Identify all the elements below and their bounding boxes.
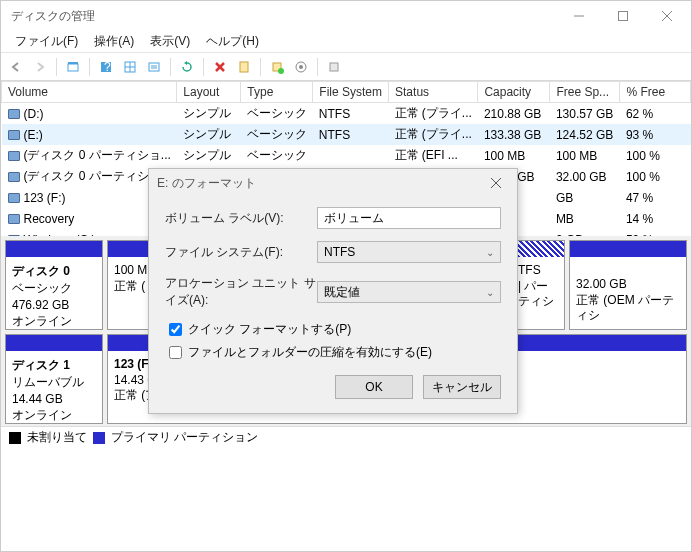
list-icon[interactable] xyxy=(143,56,165,78)
properties-icon[interactable] xyxy=(233,56,255,78)
new-volume-icon[interactable] xyxy=(266,56,288,78)
dialog-close-button[interactable] xyxy=(483,173,509,193)
col-volume[interactable]: Volume xyxy=(2,82,177,103)
drive-icon xyxy=(8,214,20,224)
col-status[interactable]: Status xyxy=(389,82,478,103)
title-bar: ディスクの管理 xyxy=(1,1,691,31)
disk-0-part-2[interactable]: 32.00 GB 正常 (OEM パーティシ xyxy=(569,240,687,330)
close-button[interactable] xyxy=(645,2,689,30)
allocation-select[interactable]: 既定値 ⌄ xyxy=(317,281,501,303)
svg-rect-1 xyxy=(619,12,628,21)
filesystem-select[interactable]: NTFS ⌄ xyxy=(317,241,501,263)
legend-unallocated: 未割り当て xyxy=(27,429,87,446)
maximize-button[interactable] xyxy=(601,2,645,30)
menu-bar: ファイル(F) 操作(A) 表示(V) ヘルプ(H) xyxy=(1,31,691,53)
drive-icon xyxy=(8,235,20,236)
disk-1-label: ディスク 1 リムーバブル 14.44 GB オンライン xyxy=(5,334,103,424)
drive-icon xyxy=(8,151,20,161)
format-dialog: E: のフォーマット ボリューム ラベル(V): ファイル システム(F): N… xyxy=(148,168,518,414)
volume-row[interactable]: (ディスク 0 パーティショ...シンプルベーシック正常 (EFI ...100… xyxy=(2,145,691,166)
drive-icon xyxy=(8,172,20,182)
col-type[interactable]: Type xyxy=(241,82,313,103)
column-headers[interactable]: Volume Layout Type File System Status Ca… xyxy=(2,82,691,103)
col-capacity[interactable]: Capacity xyxy=(478,82,550,103)
chevron-down-icon: ⌄ xyxy=(486,287,494,298)
toolbar: ? xyxy=(1,53,691,81)
quick-format-label: クイック フォーマットする(P) xyxy=(188,321,351,338)
minimize-button[interactable] xyxy=(557,2,601,30)
wizard-icon[interactable] xyxy=(323,56,345,78)
col-pct[interactable]: % Free xyxy=(620,82,691,103)
menu-file[interactable]: ファイル(F) xyxy=(7,31,86,52)
ok-button[interactable]: OK xyxy=(335,375,413,399)
compress-checkbox[interactable] xyxy=(169,346,182,359)
drive-icon xyxy=(8,193,20,203)
volume-row[interactable]: (E:)シンプルベーシックNTFS正常 (プライ...133.38 GB124.… xyxy=(2,124,691,145)
disk-0-part-1[interactable]: TFS | パーティシ xyxy=(511,240,565,330)
volume-label-label: ボリューム ラベル(V): xyxy=(165,210,317,227)
volume-row[interactable]: (D:)シンプルベーシックNTFS正常 (プライ...210.88 GB130.… xyxy=(2,103,691,125)
legend: 未割り当て プライマリ パーティション xyxy=(1,426,691,448)
svg-point-20 xyxy=(299,65,303,69)
view-icon[interactable] xyxy=(62,56,84,78)
table-icon[interactable] xyxy=(119,56,141,78)
menu-help[interactable]: ヘルプ(H) xyxy=(198,31,267,52)
quick-format-checkbox[interactable] xyxy=(169,323,182,336)
svg-rect-21 xyxy=(330,63,338,71)
svg-point-18 xyxy=(278,68,284,74)
filesystem-label: ファイル システム(F): xyxy=(165,244,317,261)
drive-icon xyxy=(8,109,20,119)
legend-primary-swatch xyxy=(93,432,105,444)
svg-rect-11 xyxy=(149,63,159,71)
drive-icon xyxy=(8,130,20,140)
delete-icon[interactable] xyxy=(209,56,231,78)
allocation-label: アロケーション ユニット サイズ(A): xyxy=(165,275,317,309)
col-layout[interactable]: Layout xyxy=(177,82,241,103)
refresh-icon[interactable] xyxy=(176,56,198,78)
compress-label: ファイルとフォルダーの圧縮を有効にする(E) xyxy=(188,344,432,361)
settings-icon[interactable] xyxy=(290,56,312,78)
cancel-button[interactable]: キャンセル xyxy=(423,375,501,399)
svg-rect-5 xyxy=(68,62,78,64)
dialog-title: E: のフォーマット xyxy=(157,175,483,192)
col-free[interactable]: Free Sp... xyxy=(550,82,620,103)
dialog-title-bar[interactable]: E: のフォーマット xyxy=(149,169,517,197)
window-title: ディスクの管理 xyxy=(11,8,557,25)
legend-unallocated-swatch xyxy=(9,432,21,444)
svg-rect-16 xyxy=(240,62,248,72)
menu-view[interactable]: 表示(V) xyxy=(142,31,198,52)
back-button[interactable] xyxy=(5,56,27,78)
chevron-down-icon: ⌄ xyxy=(486,247,494,258)
legend-primary: プライマリ パーティション xyxy=(111,429,258,446)
svg-rect-4 xyxy=(68,64,78,71)
menu-action[interactable]: 操作(A) xyxy=(86,31,142,52)
forward-button[interactable] xyxy=(29,56,51,78)
help-icon[interactable]: ? xyxy=(95,56,117,78)
volume-label-input[interactable] xyxy=(317,207,501,229)
disk-0-label: ディスク 0 ベーシック 476.92 GB オンライン xyxy=(5,240,103,330)
col-fs[interactable]: File System xyxy=(313,82,389,103)
svg-text:?: ? xyxy=(104,60,111,74)
